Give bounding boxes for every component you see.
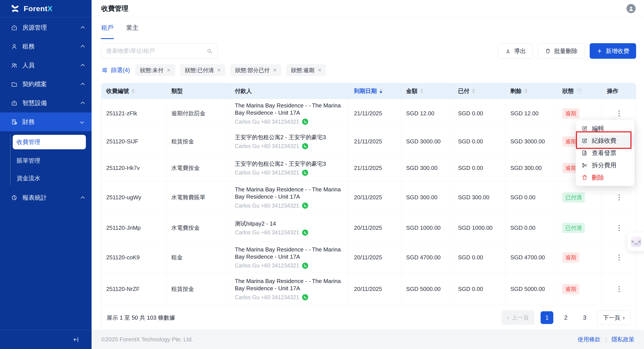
cell-status: 已付清 bbox=[558, 181, 602, 214]
sidebar-item-label: 智慧設備 bbox=[22, 99, 76, 107]
tab-tenant[interactable]: 租戶 bbox=[101, 24, 114, 33]
filter-button[interactable]: 篩選(4) bbox=[101, 66, 130, 74]
table-row: 251120-ugWy水電雜費賬單The Marina Bay Residenc… bbox=[102, 181, 636, 214]
prev-page-label: 上一頁 bbox=[512, 314, 529, 321]
cell-charge-id: 251120-coK9 bbox=[102, 242, 166, 273]
page-number-1[interactable]: 1 bbox=[540, 311, 553, 324]
page-number-3[interactable]: 3 bbox=[578, 311, 591, 324]
topbar: 收費管理 bbox=[92, 0, 644, 17]
whatsapp-icon bbox=[302, 262, 308, 269]
sort-up-triangle bbox=[472, 89, 475, 91]
page-footer: ©2025 ForentX Technology Pte. Ltd. 使用條款 … bbox=[92, 330, 644, 349]
home-icon bbox=[11, 24, 18, 31]
sidebar-item-4[interactable]: 智慧設備 bbox=[0, 94, 92, 113]
sort-icon[interactable] bbox=[472, 89, 475, 93]
context-menu-item-label: 查看發票 bbox=[592, 149, 616, 157]
col-header-label: 操作 bbox=[607, 87, 618, 95]
col-header-5[interactable]: 已付 bbox=[453, 83, 506, 99]
prev-page-button[interactable]: ‹上一頁 bbox=[502, 310, 535, 325]
cell-amount: SGD 1000.00 bbox=[401, 214, 453, 242]
sidebar-subitem-2[interactable]: 資金流水 bbox=[0, 169, 92, 187]
col-header-3[interactable]: 到期日期 bbox=[349, 83, 401, 99]
payer-contact-text: Carlos Gu +60 341234321 bbox=[235, 262, 299, 269]
sidebar-item-2[interactable]: 人員 bbox=[0, 56, 92, 75]
payer-name: The Marina Bay Residence - - The Marina … bbox=[235, 186, 345, 200]
sort-icon[interactable] bbox=[420, 89, 423, 93]
trash-icon bbox=[581, 174, 588, 181]
row-actions-button[interactable] bbox=[616, 223, 622, 233]
payer-name: The Marina Bay Residence - - The Marina … bbox=[235, 102, 345, 116]
context-menu-item-2[interactable]: 查看發票 bbox=[576, 147, 634, 159]
pagination-bar: 展示 1 至 50 共 103 條數據 ‹上一頁123下一頁› bbox=[102, 305, 636, 330]
filter-icon bbox=[101, 67, 108, 74]
sort-icon[interactable] bbox=[132, 89, 135, 93]
cell-remaining: SGD 3000.00 bbox=[506, 128, 558, 155]
sort-down-triangle bbox=[524, 91, 528, 93]
status-badge: 逾期 bbox=[562, 108, 580, 119]
collapse-sidebar-icon[interactable] bbox=[73, 336, 80, 343]
whatsapp-icon bbox=[302, 169, 308, 176]
context-menu-item-1[interactable]: 紀錄收費 bbox=[576, 135, 634, 147]
row-actions-button[interactable] bbox=[616, 252, 622, 263]
submenu-guide-line bbox=[10, 134, 10, 185]
col-header-label: 狀態 bbox=[562, 87, 574, 95]
sidebar-item-0[interactable]: 房源管理 bbox=[0, 18, 92, 37]
col-header-0[interactable]: 收費編號 bbox=[102, 83, 166, 99]
sidebar-item-1[interactable]: 租務 bbox=[0, 37, 92, 56]
status-badge: 逾期 bbox=[562, 284, 580, 294]
sort-icon[interactable] bbox=[380, 89, 382, 93]
sidebar-subitem-1[interactable]: 賬單管理 bbox=[0, 152, 92, 169]
export-button[interactable]: 導出 bbox=[498, 43, 533, 59]
status-badge: 已付清 bbox=[562, 223, 585, 233]
sidebar-item-6[interactable]: 報表統計 bbox=[0, 188, 92, 207]
payer-name: The Marina Bay Residence - - The Marina … bbox=[235, 277, 345, 292]
cell-paid: SGD 0.00 bbox=[453, 273, 506, 305]
payer-contact-text: Carlos Gu +60 341234321 bbox=[235, 294, 299, 300]
smart-device-icon bbox=[11, 100, 18, 106]
cell-type: 租金 bbox=[166, 242, 230, 273]
feedback-widget-button[interactable]: >‿< bbox=[631, 236, 641, 247]
close-icon[interactable]: × bbox=[318, 67, 321, 73]
filter-chip: 狀態:部分已付× bbox=[230, 64, 281, 76]
user-avatar[interactable] bbox=[626, 4, 636, 13]
search-icon[interactable] bbox=[206, 48, 213, 54]
terms-link[interactable]: 使用條款 bbox=[578, 336, 600, 343]
col-header-label: 金額 bbox=[406, 87, 418, 95]
close-icon[interactable]: × bbox=[273, 67, 276, 73]
cell-amount: SGD 12.00 bbox=[401, 99, 453, 128]
filter-chip-label: 狀態:未付 bbox=[140, 67, 164, 74]
close-icon[interactable]: × bbox=[217, 67, 221, 73]
close-icon[interactable]: × bbox=[167, 67, 170, 73]
row-actions-button[interactable] bbox=[616, 192, 622, 203]
whatsapp-icon bbox=[302, 118, 308, 125]
search-input[interactable] bbox=[106, 48, 206, 54]
next-page-button[interactable]: 下一頁› bbox=[597, 310, 631, 325]
col-header-2: 付款人 bbox=[230, 83, 349, 99]
col-header-label: 類型 bbox=[171, 87, 183, 95]
page-number-2[interactable]: 2 bbox=[560, 311, 572, 324]
cell-charge-id: 251120-NrZF bbox=[102, 273, 166, 305]
bulk-delete-button[interactable]: 批量刪除 bbox=[538, 43, 584, 59]
privacy-link[interactable]: 隱私政策 bbox=[612, 336, 634, 343]
download-icon bbox=[505, 48, 511, 54]
sidebar-item-3[interactable]: 契約檔案 bbox=[0, 75, 92, 94]
col-header-4[interactable]: 金額 bbox=[401, 83, 453, 99]
cell-charge-id: 251120-JnMp bbox=[102, 214, 166, 242]
sort-icon[interactable] bbox=[524, 89, 528, 93]
tab-owner[interactable]: 業主 bbox=[126, 24, 138, 33]
finance-icon bbox=[11, 119, 18, 125]
cell-due-date: 20/11/2025 bbox=[349, 181, 401, 214]
sidebar-subitem-0[interactable]: 收費管理 bbox=[13, 135, 86, 149]
context-menu-item-4[interactable]: 刪除 bbox=[576, 171, 634, 184]
col-header-6[interactable]: 剩餘 bbox=[506, 83, 558, 99]
cell-payer: The Marina Bay Residence - - The Marina … bbox=[230, 242, 349, 273]
sidebar-item-label: 人員 bbox=[22, 61, 76, 70]
context-menu-item-0[interactable]: 編輯 bbox=[576, 122, 634, 135]
cell-type: 逾期付款罰金 bbox=[166, 99, 230, 128]
tab-bar: 租戶 業主 bbox=[101, 24, 138, 33]
add-charge-button[interactable]: 新增收费 bbox=[590, 43, 636, 59]
row-actions-button[interactable] bbox=[616, 284, 622, 294]
edit-icon bbox=[581, 125, 588, 132]
context-menu-item-3[interactable]: 拆分費用 bbox=[576, 159, 634, 171]
sidebar-item-5[interactable]: 財務 bbox=[0, 113, 92, 131]
